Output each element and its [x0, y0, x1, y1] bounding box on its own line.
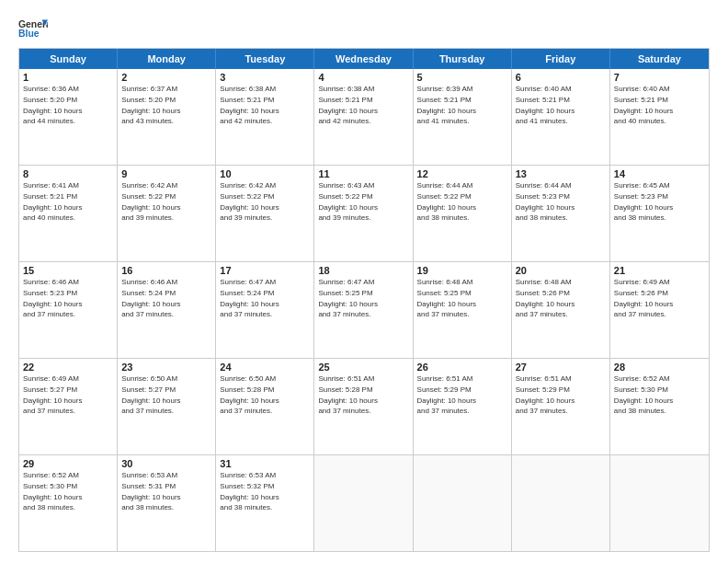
calendar: SundayMondayTuesdayWednesdayThursdayFrid…	[18, 48, 710, 552]
table-row: 8Sunrise: 6:41 AMSunset: 5:21 PMDaylight…	[19, 166, 118, 261]
table-row	[314, 455, 413, 551]
svg-text:Blue: Blue	[18, 29, 40, 39]
table-row: 24Sunrise: 6:50 AMSunset: 5:28 PMDayligh…	[216, 359, 314, 454]
table-row: 4Sunrise: 6:38 AMSunset: 5:21 PMDaylight…	[314, 69, 413, 165]
table-row: 9Sunrise: 6:42 AMSunset: 5:22 PMDaylight…	[118, 166, 216, 261]
calendar-week-3: 15Sunrise: 6:46 AMSunset: 5:23 PMDayligh…	[19, 262, 709, 359]
table-row: 1Sunrise: 6:36 AMSunset: 5:20 PMDaylight…	[19, 69, 118, 165]
table-row	[512, 455, 610, 551]
header-day-sunday: Sunday	[19, 49, 118, 69]
table-row: 20Sunrise: 6:48 AMSunset: 5:26 PMDayligh…	[512, 262, 610, 358]
table-row: 14Sunrise: 6:45 AMSunset: 5:23 PMDayligh…	[610, 166, 709, 261]
logo-icon: General Blue	[18, 17, 48, 42]
table-row: 16Sunrise: 6:46 AMSunset: 5:24 PMDayligh…	[118, 262, 216, 358]
table-row: 22Sunrise: 6:49 AMSunset: 5:27 PMDayligh…	[19, 359, 118, 454]
calendar-week-4: 22Sunrise: 6:49 AMSunset: 5:27 PMDayligh…	[19, 359, 709, 455]
table-row: 7Sunrise: 6:40 AMSunset: 5:21 PMDaylight…	[610, 69, 709, 165]
calendar-week-1: 1Sunrise: 6:36 AMSunset: 5:20 PMDaylight…	[19, 69, 709, 166]
calendar-body: 1Sunrise: 6:36 AMSunset: 5:20 PMDaylight…	[19, 69, 709, 551]
table-row: 12Sunrise: 6:44 AMSunset: 5:22 PMDayligh…	[414, 166, 512, 261]
header-day-monday: Monday	[118, 49, 216, 69]
table-row: 10Sunrise: 6:42 AMSunset: 5:22 PMDayligh…	[216, 166, 314, 261]
table-row: 5Sunrise: 6:39 AMSunset: 5:21 PMDaylight…	[414, 69, 512, 165]
table-row: 27Sunrise: 6:51 AMSunset: 5:29 PMDayligh…	[512, 359, 610, 454]
table-row: 11Sunrise: 6:43 AMSunset: 5:22 PMDayligh…	[314, 166, 413, 261]
table-row: 26Sunrise: 6:51 AMSunset: 5:29 PMDayligh…	[414, 359, 512, 454]
table-row	[610, 455, 709, 551]
table-row: 18Sunrise: 6:47 AMSunset: 5:25 PMDayligh…	[314, 262, 413, 358]
table-row: 13Sunrise: 6:44 AMSunset: 5:23 PMDayligh…	[512, 166, 610, 261]
header-day-tuesday: Tuesday	[216, 49, 314, 69]
table-row: 17Sunrise: 6:47 AMSunset: 5:24 PMDayligh…	[216, 262, 314, 358]
table-row: 19Sunrise: 6:48 AMSunset: 5:25 PMDayligh…	[414, 262, 512, 358]
table-row: 15Sunrise: 6:46 AMSunset: 5:23 PMDayligh…	[19, 262, 118, 358]
table-row: 2Sunrise: 6:37 AMSunset: 5:20 PMDaylight…	[118, 69, 216, 165]
header: General Blue	[18, 17, 710, 42]
calendar-week-2: 8Sunrise: 6:41 AMSunset: 5:21 PMDaylight…	[19, 166, 709, 262]
table-row: 3Sunrise: 6:38 AMSunset: 5:21 PMDaylight…	[216, 69, 314, 165]
header-day-wednesday: Wednesday	[314, 49, 413, 69]
table-row: 6Sunrise: 6:40 AMSunset: 5:21 PMDaylight…	[512, 69, 610, 165]
header-day-friday: Friday	[512, 49, 610, 69]
table-row: 23Sunrise: 6:50 AMSunset: 5:27 PMDayligh…	[118, 359, 216, 454]
logo: General Blue	[18, 17, 48, 42]
table-row: 25Sunrise: 6:51 AMSunset: 5:28 PMDayligh…	[314, 359, 413, 454]
table-row: 28Sunrise: 6:52 AMSunset: 5:30 PMDayligh…	[610, 359, 709, 454]
calendar-header: SundayMondayTuesdayWednesdayThursdayFrid…	[19, 49, 709, 69]
table-row	[414, 455, 512, 551]
table-row: 29Sunrise: 6:52 AMSunset: 5:30 PMDayligh…	[19, 455, 118, 551]
table-row: 21Sunrise: 6:49 AMSunset: 5:26 PMDayligh…	[610, 262, 709, 358]
header-day-saturday: Saturday	[610, 49, 709, 69]
calendar-week-5: 29Sunrise: 6:52 AMSunset: 5:30 PMDayligh…	[19, 455, 709, 551]
header-day-thursday: Thursday	[414, 49, 512, 69]
table-row: 30Sunrise: 6:53 AMSunset: 5:31 PMDayligh…	[118, 455, 216, 551]
table-row: 31Sunrise: 6:53 AMSunset: 5:32 PMDayligh…	[216, 455, 314, 551]
calendar-page: General Blue SundayMondayTuesdayWednesda…	[0, 0, 728, 563]
